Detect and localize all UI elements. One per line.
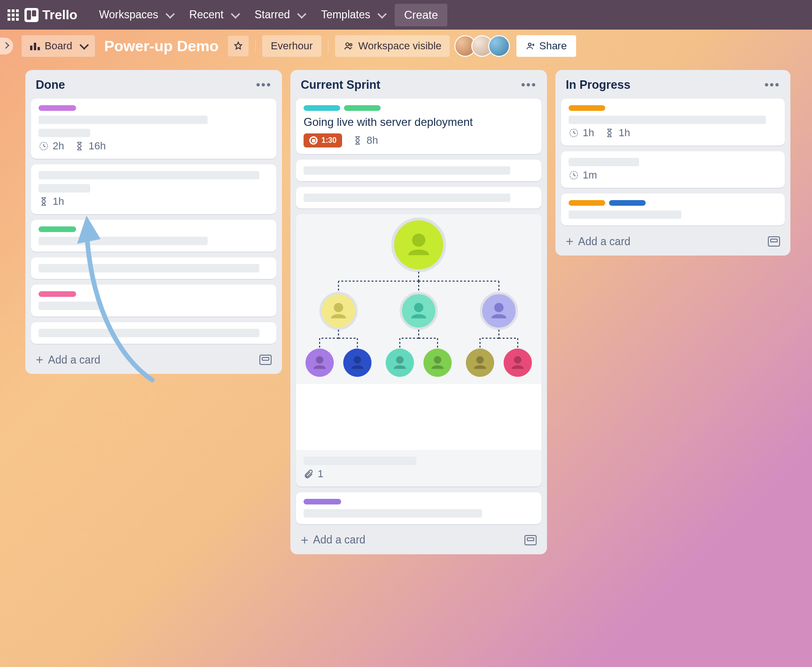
- svg-rect-31: [296, 384, 541, 450]
- card-with-cover[interactable]: 1: [296, 214, 541, 487]
- placeholder-text: [304, 457, 416, 465]
- card[interactable]: 1h 1h: [561, 99, 785, 146]
- recent-menu[interactable]: Recent: [183, 6, 244, 24]
- svg-point-27: [396, 356, 404, 364]
- card-label: [569, 105, 605, 111]
- svg-point-1: [350, 44, 352, 46]
- share-button[interactable]: Share: [516, 35, 576, 57]
- chevron-down-icon: [231, 9, 240, 18]
- time-tracked-badge: 2h: [39, 140, 64, 152]
- placeholder-text: [39, 129, 90, 137]
- list-title[interactable]: Current Sprint: [301, 78, 380, 92]
- sidebar-expand-button[interactable]: [0, 38, 13, 54]
- list-title[interactable]: Done: [36, 78, 65, 92]
- chevron-down-icon: [165, 9, 175, 18]
- app-switcher-icon[interactable]: [6, 8, 21, 23]
- workspaces-menu[interactable]: Workspaces: [93, 6, 179, 24]
- list-title[interactable]: In Progress: [566, 78, 631, 92]
- placeholder-text: [39, 184, 90, 193]
- visibility-button[interactable]: Workspace visible: [335, 35, 450, 57]
- card-label: [304, 499, 341, 504]
- list-menu-button[interactable]: •••: [765, 78, 780, 92]
- svg-point-0: [346, 43, 349, 46]
- card[interactable]: [296, 187, 541, 209]
- create-button[interactable]: Create: [395, 4, 447, 26]
- attachment-icon: [304, 469, 314, 479]
- svg-line-34: [574, 133, 576, 134]
- card[interactable]: [561, 194, 785, 225]
- card-label: [344, 105, 381, 111]
- card-label: [609, 200, 646, 206]
- placeholder-text: [569, 158, 639, 166]
- card-label: [39, 291, 76, 297]
- chevron-down-icon: [79, 40, 89, 50]
- card[interactable]: [31, 257, 276, 279]
- card-template-button[interactable]: [768, 236, 780, 247]
- svg-point-25: [316, 356, 323, 364]
- add-card-button[interactable]: +Add a card: [566, 235, 631, 248]
- card-label: [304, 105, 340, 111]
- avatar[interactable]: [488, 35, 510, 57]
- placeholder-text: [39, 329, 259, 337]
- board-members[interactable]: [459, 35, 510, 57]
- list-current-sprint: Current Sprint ••• Going live with serve…: [290, 70, 547, 554]
- placeholder-text: [569, 116, 766, 124]
- svg-point-30: [514, 356, 522, 364]
- board-view-icon: [30, 42, 40, 50]
- stop-icon: [309, 136, 318, 145]
- chevron-down-icon: [377, 9, 387, 18]
- card[interactable]: 2h 16h: [31, 99, 276, 159]
- brand-text: Trello: [42, 8, 78, 23]
- board-title[interactable]: Power-up Demo: [102, 38, 222, 55]
- card[interactable]: 1m: [561, 151, 785, 188]
- time-estimate-badge: 8h: [352, 134, 378, 147]
- time-estimate-badge: 1h: [39, 195, 64, 208]
- add-card-button[interactable]: +Add a card: [301, 534, 366, 547]
- placeholder-text: [304, 509, 482, 518]
- placeholder-text: [39, 237, 208, 245]
- trello-logo[interactable]: Trello: [24, 8, 78, 23]
- plus-icon: +: [566, 235, 573, 248]
- card-title: Going live with server deployment: [304, 116, 534, 129]
- list-in-progress: In Progress ••• 1h 1h: [555, 70, 790, 256]
- clock-icon: [39, 141, 49, 151]
- time-estimate-badge: 16h: [74, 140, 106, 152]
- running-timer-badge[interactable]: 1:30: [304, 133, 342, 147]
- svg-line-37: [574, 175, 576, 176]
- card[interactable]: 1h: [31, 164, 276, 214]
- list-menu-button[interactable]: •••: [256, 78, 272, 92]
- card[interactable]: [31, 220, 276, 252]
- card-label: [569, 200, 605, 206]
- card[interactable]: [31, 285, 276, 317]
- placeholder-text: [39, 264, 259, 272]
- svg-point-29: [476, 356, 484, 364]
- templates-menu[interactable]: Templates: [314, 6, 391, 24]
- time-tracked-badge: 1m: [569, 169, 597, 181]
- trello-logo-icon: [24, 8, 39, 22]
- star-board-button[interactable]: [228, 36, 249, 56]
- board-bar: Board Power-up Demo Everhour Workspace v…: [0, 30, 812, 62]
- placeholder-text: [304, 166, 510, 175]
- placeholder-text: [39, 302, 100, 310]
- divider: [255, 39, 256, 53]
- starred-menu[interactable]: Starred: [248, 6, 311, 24]
- card-template-button[interactable]: [259, 355, 272, 365]
- list-menu-button[interactable]: •••: [521, 78, 537, 92]
- board-view-switcher[interactable]: Board: [22, 35, 95, 57]
- card[interactable]: [296, 160, 541, 181]
- clock-icon: [569, 128, 579, 138]
- hourglass-icon: [39, 196, 49, 207]
- card[interactable]: [31, 322, 276, 344]
- time-tracked-badge: 1h: [569, 127, 594, 139]
- add-card-button[interactable]: +Add a card: [36, 353, 101, 366]
- attachment-badge: 1: [304, 468, 323, 480]
- card-template-button[interactable]: [524, 535, 537, 545]
- divider: [328, 39, 328, 53]
- placeholder-text: [569, 210, 681, 219]
- hourglass-icon: [604, 128, 615, 138]
- powerup-button[interactable]: Everhour: [262, 35, 321, 57]
- time-estimate-badge: 1h: [604, 127, 630, 139]
- placeholder-text: [39, 116, 208, 124]
- card[interactable]: Going live with server deployment 1:30 8…: [296, 99, 541, 154]
- card[interactable]: [296, 492, 541, 524]
